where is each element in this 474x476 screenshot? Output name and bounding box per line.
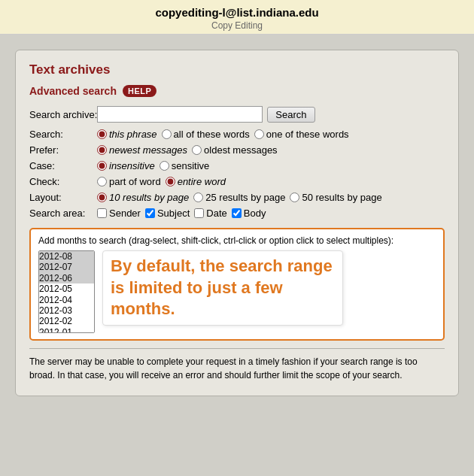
cb-subject-label: Subject (157, 208, 190, 219)
radio-option-insensitive[interactable]: insensitive (97, 160, 155, 171)
month-item[interactable]: 2012-04 (39, 295, 94, 305)
subtitle: Copy Editing (0, 20, 474, 31)
radio-entire[interactable] (166, 177, 175, 186)
radio-newest[interactable] (97, 145, 107, 155)
radio-part[interactable] (97, 177, 107, 186)
main-area: Text archives Advanced search Help Searc… (0, 35, 474, 411)
advanced-search-row: Advanced search Help (29, 85, 445, 97)
radio-option-oneword[interactable]: one of these words (254, 129, 349, 140)
month-item[interactable]: 2012-05 (39, 283, 94, 294)
cb-option-sender[interactable]: Sender (97, 208, 141, 219)
prefer-label: Prefer: (29, 144, 97, 156)
card-title: Text archives (29, 62, 445, 77)
cb-option-body[interactable]: Body (232, 208, 266, 219)
case-row: Case: insensitive sensitive (29, 160, 445, 171)
prefer-radio-group: newest messages oldest messages (97, 144, 278, 156)
radio-newest-label: newest messages (109, 144, 187, 156)
month-item[interactable]: 2012-01 (39, 327, 94, 333)
search-archive-label: Search archive: (29, 109, 97, 120)
radio-option-newest[interactable]: newest messages (97, 144, 187, 156)
advanced-search-label: Advanced search (29, 85, 117, 97)
search-radio-group: this phrase all of these words one of th… (97, 129, 349, 140)
cb-option-date[interactable]: Date (194, 208, 226, 219)
cb-subject[interactable] (145, 208, 155, 218)
search-archive-row: Search archive: Search (29, 106, 445, 123)
cb-option-subject[interactable]: Subject (145, 208, 190, 219)
radio-10[interactable] (97, 193, 107, 202)
month-item[interactable]: 2012-03 (39, 305, 94, 316)
radio-insensitive[interactable] (97, 161, 107, 171)
radio-25[interactable] (193, 193, 203, 202)
radio-10-label: 10 results by page (109, 192, 189, 203)
radio-oldest-label: oldest messages (204, 144, 278, 156)
radio-phrase-label: this phrase (109, 129, 157, 140)
search-area-checkboxes: Sender Subject Date Body (97, 208, 266, 219)
tooltip-bubble: By default, the search range is limited … (102, 250, 343, 326)
layout-radio-group: 10 results by page 25 results by page 50… (97, 192, 382, 203)
radio-option-sensitive[interactable]: sensitive (160, 160, 210, 171)
radio-allwords-label: all of these words (174, 129, 250, 140)
layout-row: Layout: 10 results by page 25 results by… (29, 192, 445, 203)
cb-sender-label: Sender (109, 208, 141, 219)
radio-option-allwords[interactable]: all of these words (162, 129, 250, 140)
prefer-row: Prefer: newest messages oldest messages (29, 144, 445, 156)
cb-date[interactable] (194, 208, 204, 218)
radio-oldest[interactable] (192, 145, 202, 155)
layout-label: Layout: (29, 192, 97, 203)
radio-allwords[interactable] (162, 129, 172, 139)
radio-option-phrase[interactable]: this phrase (97, 129, 157, 140)
cb-date-label: Date (206, 208, 226, 219)
radio-entire-label: entire word (178, 176, 226, 187)
help-badge[interactable]: Help (123, 85, 156, 97)
divider (29, 348, 445, 349)
radio-option-50[interactable]: 50 results by page (290, 192, 381, 203)
cb-sender[interactable] (97, 208, 107, 218)
case-label: Case: (29, 160, 97, 171)
search-label: Search: (29, 129, 97, 140)
case-radio-group: insensitive sensitive (97, 160, 209, 171)
month-item[interactable]: 2012-06 (39, 273, 94, 283)
radio-option-entire[interactable]: entire word (166, 176, 226, 187)
check-radio-group: part of word entire word (97, 176, 226, 187)
month-item[interactable]: 2012-08 (39, 251, 94, 262)
radio-option-part[interactable]: part of word (97, 176, 161, 187)
search-area-row: Search area: Sender Subject Date Body (29, 208, 445, 219)
months-list[interactable]: 2012-08 2012-07 2012-06 2012-05 2012-04 … (38, 250, 95, 333)
card: Text archives Advanced search Help Searc… (15, 50, 459, 396)
radio-insensitive-label: insensitive (109, 160, 155, 171)
email-address: copyediting-l@list.indiana.edu (0, 6, 474, 19)
radio-phrase[interactable] (97, 129, 107, 139)
radio-oneword[interactable] (254, 129, 264, 139)
months-label: Add months to search (drag-select, shift… (38, 235, 436, 246)
warning-text: The server may be unable to complete you… (29, 355, 445, 382)
month-item[interactable]: 2012-07 (39, 262, 94, 272)
search-area-label: Search area: (29, 208, 97, 219)
search-row: Search: this phrase all of these words o… (29, 129, 445, 140)
cb-body[interactable] (232, 208, 242, 218)
radio-25-label: 25 results by page (205, 192, 285, 203)
radio-option-10[interactable]: 10 results by page (97, 192, 189, 203)
check-label: Check: (29, 176, 97, 187)
radio-sensitive[interactable] (160, 161, 169, 171)
months-inner: 2012-08 2012-07 2012-06 2012-05 2012-04 … (38, 250, 436, 333)
radio-oneword-label: one of these words (266, 129, 349, 140)
radio-50[interactable] (290, 193, 299, 202)
search-button[interactable]: Search (267, 107, 314, 123)
radio-part-label: part of word (109, 176, 161, 187)
cb-body-label: Body (244, 208, 266, 219)
radio-option-25[interactable]: 25 results by page (193, 192, 285, 203)
radio-50-label: 50 results by page (302, 192, 381, 203)
top-bar: copyediting-l@list.indiana.edu Copy Edit… (0, 0, 474, 35)
radio-option-oldest[interactable]: oldest messages (192, 144, 278, 156)
check-row: Check: part of word entire word (29, 176, 445, 187)
month-item[interactable]: 2012-02 (39, 316, 94, 326)
search-input[interactable] (97, 106, 263, 123)
months-section: Add months to search (drag-select, shift… (29, 228, 445, 341)
radio-sensitive-label: sensitive (172, 160, 210, 171)
